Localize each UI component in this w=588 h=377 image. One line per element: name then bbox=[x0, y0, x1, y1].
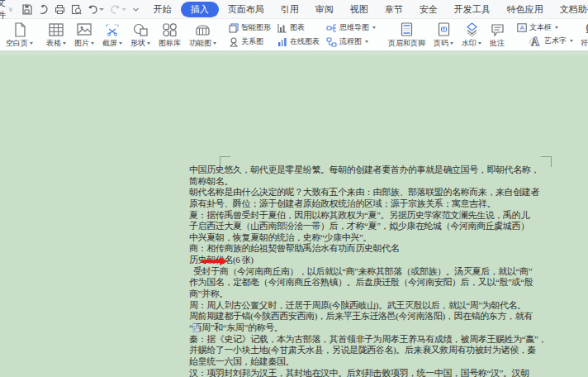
table-icon bbox=[49, 21, 64, 37]
tab-doc-assistant[interactable]: 文档助手 bbox=[552, 2, 588, 17]
print-button[interactable] bbox=[55, 4, 65, 15]
undo-icon bbox=[88, 4, 98, 14]
doc-line: 汉：项羽封刘邦为汉王，其封地在汉中。后刘邦击败项羽，统一中国，国号称“汉”。汉朝 bbox=[189, 368, 566, 377]
dropdown-caret bbox=[365, 41, 368, 43]
function-diagram-button[interactable]: 功能图 bbox=[185, 19, 220, 50]
table-button[interactable]: 表格 bbox=[42, 19, 70, 50]
icon-library-label: 图标库 bbox=[159, 38, 181, 49]
relation-diagram-icon bbox=[229, 37, 239, 47]
dropdown-caret bbox=[450, 42, 453, 45]
doc-line: “西周”和“东周”的称号。 bbox=[189, 322, 566, 334]
doc-line: 受封于商（今河南商丘南），以后就以“商”来称其部落（或部族）。汤灭夏后，就以“商… bbox=[189, 266, 566, 278]
print-preview-button[interactable] bbox=[71, 4, 82, 15]
watermark-icon bbox=[465, 21, 479, 37]
online-chart-button[interactable]: 在线图表 bbox=[277, 36, 320, 47]
doc-line: 原有卦号、爵位；源于创建者原始政权统治的区域；源于宗族关系；寓意吉祥。 bbox=[189, 198, 566, 210]
dropdown-caret bbox=[147, 42, 150, 45]
dropdown-caret bbox=[555, 26, 558, 29]
shapes-icon bbox=[133, 21, 148, 37]
tab-insert[interactable]: 插入 bbox=[181, 2, 219, 17]
function-diagram-icon bbox=[195, 21, 211, 37]
doc-line-caption: 历史朝代名(6 张) bbox=[189, 255, 566, 266]
quick-access-toolbar bbox=[21, 4, 140, 15]
textbox-label: 文本框 bbox=[529, 22, 552, 33]
tab-security[interactable]: 安全 bbox=[412, 2, 445, 17]
undo-button[interactable] bbox=[88, 4, 104, 14]
mindmap-label: 思维导图 bbox=[339, 22, 369, 33]
header-footer-icon bbox=[401, 21, 413, 37]
blank-page-label: 空白页 bbox=[6, 38, 28, 49]
screenshot-label: 截屏 bbox=[102, 38, 117, 49]
chart-label: 图表 bbox=[290, 22, 305, 33]
customize-quick-access-button[interactable] bbox=[132, 6, 140, 13]
icon-library-icon bbox=[163, 21, 177, 37]
symbol-button[interactable]: Ω 符号 bbox=[576, 19, 588, 50]
screenshot-button[interactable]: 截屏 bbox=[98, 19, 126, 50]
blank-page-icon bbox=[13, 21, 26, 37]
shapes-label: 形状 bbox=[130, 38, 145, 49]
online-chart-icon bbox=[277, 37, 287, 47]
chevron-down-icon bbox=[132, 6, 140, 13]
page-number-label: 页码 bbox=[434, 38, 448, 49]
picture-button[interactable]: 图片 bbox=[70, 19, 98, 50]
ribbon-tabs: 开始 插入 页面布局 引用 审阅 视图 章节 安全 开发工具 特色应用 文档助手 bbox=[146, 2, 588, 17]
svg-text:A: A bbox=[519, 24, 524, 31]
smart-graphics-button[interactable]: 智能图形 bbox=[229, 22, 271, 33]
object-anchor[interactable] bbox=[192, 322, 211, 333]
shapes-button[interactable]: 形状 bbox=[126, 19, 154, 50]
flowchart-icon bbox=[326, 37, 337, 47]
page-number-icon: # bbox=[438, 21, 450, 37]
picture-icon bbox=[77, 21, 92, 37]
redo-button[interactable] bbox=[110, 4, 126, 14]
print-preview-icon bbox=[71, 4, 82, 15]
save-icon bbox=[21, 4, 32, 15]
doc-line: 周前期建都于镐(今陕西西安西南)，后来平王东迁洛邑(今河南洛阳)，因在镐的东方，… bbox=[189, 311, 566, 322]
smart-graphics-label: 智能图形 bbox=[241, 22, 271, 33]
icon-library-button[interactable]: 图标库 bbox=[154, 19, 185, 50]
red-arrow-annotation bbox=[202, 257, 228, 265]
text-stack: A文本框 A艺术字 bbox=[514, 19, 576, 50]
textbox-button[interactable]: A文本框 bbox=[517, 22, 573, 33]
relation-diagram-label: 关系图 bbox=[241, 36, 263, 47]
redo-icon bbox=[110, 4, 121, 14]
page-number-button[interactable]: # 页码 bbox=[429, 19, 458, 50]
dropdown-caret bbox=[63, 42, 66, 45]
title-bar: 文件 ∨ 开始 插入 页面布局 引用 审阅 视图 章节 安全 开发工具 特色应用… bbox=[0, 0, 588, 19]
doc-line: 秦：据《史记》记载，本为古部落，其首领非子为周孝王养马有成绩，被周孝王赐姓为“嬴… bbox=[189, 334, 566, 346]
flowchart-button[interactable]: 流程图 bbox=[326, 36, 376, 47]
export-pdf-button[interactable] bbox=[38, 4, 49, 15]
document-text[interactable]: 中国历史悠久，朝代更是零星纷繁。每朝的创建者要首办的事就是确立国号，即朝代名称，… bbox=[189, 165, 566, 377]
save-button[interactable] bbox=[21, 4, 32, 15]
header-footer-button[interactable]: 页眉和页脚 bbox=[384, 19, 429, 50]
blank-page-button[interactable]: 空白页 bbox=[2, 19, 37, 50]
diagram-stack-1: 智能图形 关系图 bbox=[225, 19, 274, 50]
watermark-button[interactable]: 水印 bbox=[458, 19, 486, 50]
comment-button[interactable]: 批注 bbox=[486, 19, 509, 50]
document-canvas[interactable]: 中国历史悠久，朝代更是零星纷繁。每朝的创建者要首办的事就是确立国号，即朝代名称，… bbox=[0, 52, 588, 377]
mindmap-button[interactable]: 思维导图 bbox=[326, 22, 376, 33]
tab-special-features[interactable]: 特色应用 bbox=[500, 2, 551, 17]
dropdown-caret bbox=[213, 42, 216, 45]
doc-line: 并赐给了一小块土地(今甘肃天水县，另说是陇西谷名)。后来襄又救周有功被封为诸侯，… bbox=[189, 345, 566, 356]
doc-line: 夏：据传禹曾受封于夏伯，因用以称其政权为“夏”。另据历史学家范文澜先生说，禹的儿 bbox=[189, 210, 566, 222]
tab-references[interactable]: 引用 bbox=[273, 2, 306, 17]
tab-section[interactable]: 章节 bbox=[377, 2, 410, 17]
tab-view[interactable]: 视图 bbox=[343, 2, 376, 17]
print-icon bbox=[55, 4, 65, 15]
tab-page-layout[interactable]: 页面布局 bbox=[220, 2, 272, 17]
tab-review[interactable]: 审阅 bbox=[308, 2, 341, 17]
tab-dev-tools[interactable]: 开发工具 bbox=[447, 2, 498, 17]
wordart-button[interactable]: A艺术字 bbox=[517, 35, 573, 48]
online-chart-label: 在线图表 bbox=[290, 36, 320, 47]
dropdown-caret bbox=[91, 42, 94, 45]
tab-home[interactable]: 开始 bbox=[146, 2, 179, 17]
chart-button[interactable]: 图表 bbox=[277, 22, 320, 33]
wordart-icon: A bbox=[529, 35, 542, 48]
doc-line: 周：周人到古公亶父时，迁居于周原(今陕西岐山)。武王灭殷以后，就以“周”为朝代名… bbox=[189, 300, 566, 312]
mindmap-icon bbox=[326, 23, 337, 33]
doc-line: 中国历史悠久，朝代更是零星纷繁。每朝的创建者要首办的事就是确立国号，即朝代名称， bbox=[189, 165, 566, 176]
doc-line: 商”并称。 bbox=[189, 289, 566, 300]
anchor-dash-icon bbox=[206, 327, 211, 329]
relation-diagram-button[interactable]: 关系图 bbox=[229, 36, 271, 47]
comment-icon bbox=[491, 21, 505, 37]
